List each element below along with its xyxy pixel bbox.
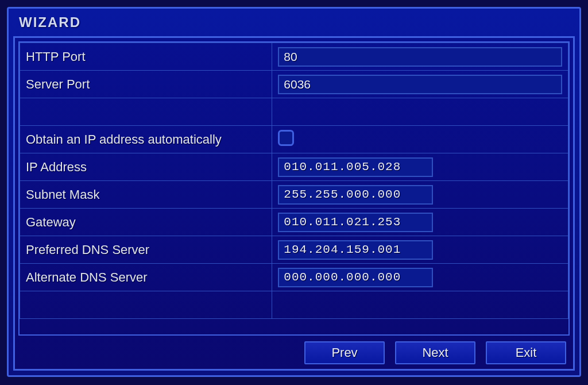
label-dhcp: Obtain an IP address automatically: [20, 126, 272, 153]
label-http-port: HTTP Port: [20, 43, 272, 71]
content-panel: HTTP Port Server Port Obtain an IP: [13, 36, 575, 371]
window-title: WIZARD: [9, 9, 579, 35]
label-gateway: Gateway: [20, 209, 272, 236]
next-button[interactable]: Next: [395, 341, 475, 364]
input-http-port[interactable]: [278, 47, 562, 67]
label-ip-address: IP Address: [20, 153, 272, 181]
input-gateway[interactable]: [278, 213, 433, 232]
row-alternate-dns: Alternate DNS Server: [20, 264, 568, 291]
row-preferred-dns: Preferred DNS Server: [20, 236, 568, 264]
label-server-port: Server Port: [20, 71, 272, 98]
input-preferred-dns[interactable]: [278, 240, 433, 260]
input-ip-address[interactable]: [278, 157, 433, 177]
settings-table: HTTP Port Server Port Obtain an IP: [18, 41, 570, 336]
row-http-port: HTTP Port: [20, 43, 568, 71]
wizard-window: WIZARD HTTP Port Server Port: [7, 7, 581, 377]
input-server-port[interactable]: [278, 75, 562, 94]
input-subnet-mask[interactable]: [278, 185, 433, 205]
row-empty-1: [20, 98, 568, 126]
row-ip-address: IP Address: [20, 153, 568, 181]
button-row: Prev Next Exit: [18, 336, 570, 365]
label-preferred-dns: Preferred DNS Server: [20, 236, 272, 264]
row-dhcp: Obtain an IP address automatically: [20, 126, 568, 153]
checkbox-dhcp[interactable]: [278, 130, 294, 146]
row-server-port: Server Port: [20, 71, 568, 98]
prev-button[interactable]: Prev: [304, 341, 385, 364]
row-subnet-mask: Subnet Mask: [20, 181, 568, 209]
row-empty-2: [20, 291, 568, 319]
exit-button[interactable]: Exit: [486, 341, 566, 364]
input-alternate-dns[interactable]: [278, 268, 433, 287]
row-gateway: Gateway: [20, 209, 568, 236]
label-alternate-dns: Alternate DNS Server: [20, 264, 272, 291]
label-subnet-mask: Subnet Mask: [20, 181, 272, 209]
